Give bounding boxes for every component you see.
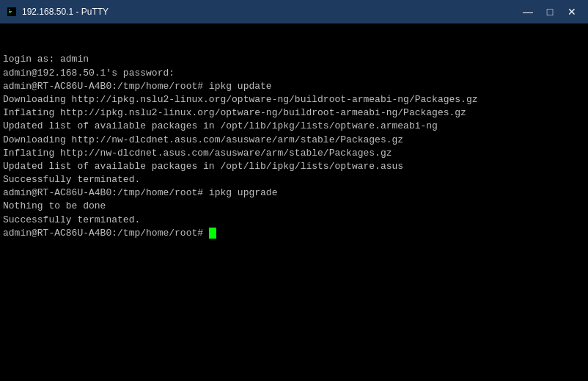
svg-rect-3 — [9, 11, 12, 12]
svg-rect-2 — [9, 10, 10, 10]
close-button[interactable]: ✕ — [562, 3, 582, 21]
terminal-cursor — [209, 228, 216, 239]
putty-icon — [6, 6, 18, 18]
terminal-line: Updated list of available packages in /o… — [3, 120, 585, 133]
terminal-line: admin@RT-AC86U-A4B0:/tmp/home/root# — [3, 227, 585, 240]
terminal-line: Inflating http://ipkg.nslu2-linux.org/op… — [3, 106, 585, 120]
terminal-line: admin@RT-AC86U-A4B0:/tmp/home/root# ipkg… — [3, 186, 585, 200]
minimize-button[interactable]: — — [518, 3, 538, 21]
terminal-line: admin@RT-AC86U-A4B0:/tmp/home/root# ipkg… — [3, 80, 585, 93]
terminal-line: Downloading http://ipkg.nslu2-linux.org/… — [3, 93, 585, 106]
window-title: 192.168.50.1 - PuTTY — [22, 7, 109, 17]
terminal-line: Updated list of available packages in /o… — [3, 160, 585, 173]
window-container: 192.168.50.1 - PuTTY — □ ✕ login as: adm… — [0, 0, 588, 381]
title-bar-controls: — □ ✕ — [518, 3, 582, 21]
terminal-line: Nothing to be done — [3, 200, 585, 213]
terminal-line: Inflating http://nw-dlcdnet.asus.com/asu… — [3, 147, 585, 160]
terminal-line: Successfully terminated. — [3, 173, 585, 186]
maximize-button[interactable]: □ — [540, 3, 560, 21]
terminal-window[interactable]: login as: adminadmin@192.168.50.1's pass… — [0, 23, 588, 381]
terminal-line: login as: admin — [3, 53, 585, 66]
terminal-line: Successfully terminated. — [3, 214, 585, 227]
terminal-line: Downloading http://nw-dlcdnet.asus.com/a… — [3, 134, 585, 147]
terminal-line: admin@192.168.50.1's password: — [3, 67, 585, 80]
title-bar-left: 192.168.50.1 - PuTTY — [6, 6, 109, 18]
svg-rect-4 — [9, 12, 11, 13]
title-bar: 192.168.50.1 - PuTTY — □ ✕ — [0, 0, 588, 23]
